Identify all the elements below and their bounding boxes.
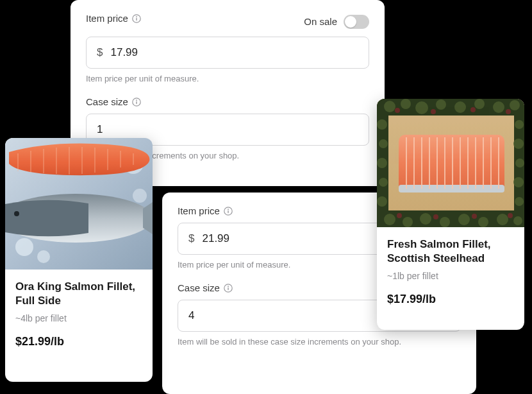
svg-point-51 (431, 109, 436, 114)
toggle-knob (345, 16, 356, 28)
item-price-label-text: Item price (86, 13, 128, 24)
item-price-label: Item price (86, 13, 141, 24)
product-title: Fresh Salmon Fillet, Scottish Steelhead (387, 237, 514, 266)
on-sale-toggle[interactable] (344, 15, 369, 29)
svg-point-4 (136, 99, 137, 101)
case-size-label: Case size (178, 282, 233, 293)
svg-point-55 (433, 214, 438, 219)
svg-point-24 (384, 101, 395, 112)
svg-rect-8 (228, 210, 228, 213)
item-price-label-text: Item price (178, 205, 220, 216)
svg-point-36 (458, 214, 470, 225)
svg-point-31 (510, 100, 520, 110)
currency-symbol: $ (188, 232, 194, 245)
case-size-label-text: Case size (86, 96, 128, 107)
svg-point-34 (420, 213, 431, 225)
svg-point-45 (515, 120, 524, 129)
svg-point-50 (395, 108, 400, 113)
svg-point-28 (454, 101, 466, 113)
case-size-helper: Item will be sold in these case size inc… (178, 337, 461, 347)
svg-point-25 (401, 99, 411, 109)
svg-point-53 (506, 109, 511, 114)
info-icon[interactable] (132, 14, 141, 23)
svg-point-30 (493, 101, 504, 113)
svg-point-43 (379, 178, 388, 187)
item-price-value: 17.99 (110, 46, 138, 59)
product-title: Ora King Salmon Fillet, Full Side (15, 280, 142, 308)
svg-point-44 (377, 196, 387, 207)
svg-point-48 (513, 177, 524, 187)
svg-point-13 (15, 238, 33, 256)
svg-point-16 (133, 189, 147, 203)
product-card-scottish[interactable]: Fresh Salmon Fillet, Scottish Steelhead … (377, 99, 524, 330)
svg-point-56 (472, 214, 477, 219)
info-icon[interactable] (132, 98, 141, 107)
svg-point-33 (403, 217, 413, 227)
svg-point-40 (377, 119, 387, 130)
svg-point-35 (440, 217, 450, 227)
svg-point-1 (136, 16, 137, 17)
item-price-label: Item price (178, 205, 233, 216)
product-price: $17.99/lb (387, 293, 514, 306)
info-icon[interactable] (224, 207, 233, 216)
svg-point-32 (384, 214, 395, 225)
svg-point-14 (37, 250, 50, 263)
svg-point-49 (515, 197, 524, 206)
svg-point-54 (397, 213, 402, 218)
svg-point-10 (228, 286, 229, 287)
svg-point-18 (14, 211, 19, 216)
svg-point-46 (513, 139, 524, 149)
svg-point-52 (470, 107, 476, 112)
on-sale-label: On sale (304, 16, 337, 27)
svg-point-41 (379, 139, 388, 148)
case-size-label: Case size (86, 96, 141, 107)
svg-point-42 (377, 158, 387, 168)
product-subtext: ~4lb per fillet (15, 313, 142, 323)
svg-point-38 (497, 214, 508, 225)
info-icon[interactable] (224, 284, 233, 293)
case-size-value: 1 (97, 123, 103, 136)
svg-point-26 (415, 101, 428, 114)
product-image (377, 99, 524, 227)
svg-rect-11 (228, 287, 228, 290)
svg-point-37 (478, 217, 488, 227)
svg-point-39 (513, 216, 522, 225)
product-image (5, 138, 153, 270)
item-price-value: 21.99 (202, 232, 229, 245)
svg-point-7 (228, 209, 229, 210)
item-price-input[interactable]: $ 17.99 (86, 37, 369, 69)
item-price-helper: Item price per unit of measure. (86, 74, 369, 83)
product-subtext: ~1lb per fillet (387, 271, 514, 281)
product-price: $21.99/lb (15, 335, 142, 348)
svg-rect-5 (136, 101, 137, 104)
svg-point-57 (508, 213, 513, 218)
case-size-value: 4 (188, 309, 194, 322)
product-card-ora-king[interactable]: Ora King Salmon Fillet, Full Side ~4lb p… (5, 138, 153, 382)
svg-rect-2 (136, 17, 137, 21)
svg-point-27 (436, 99, 446, 110)
currency-symbol: $ (97, 46, 103, 59)
svg-point-47 (515, 158, 524, 167)
case-size-label-text: Case size (178, 282, 220, 293)
svg-point-29 (474, 99, 485, 109)
